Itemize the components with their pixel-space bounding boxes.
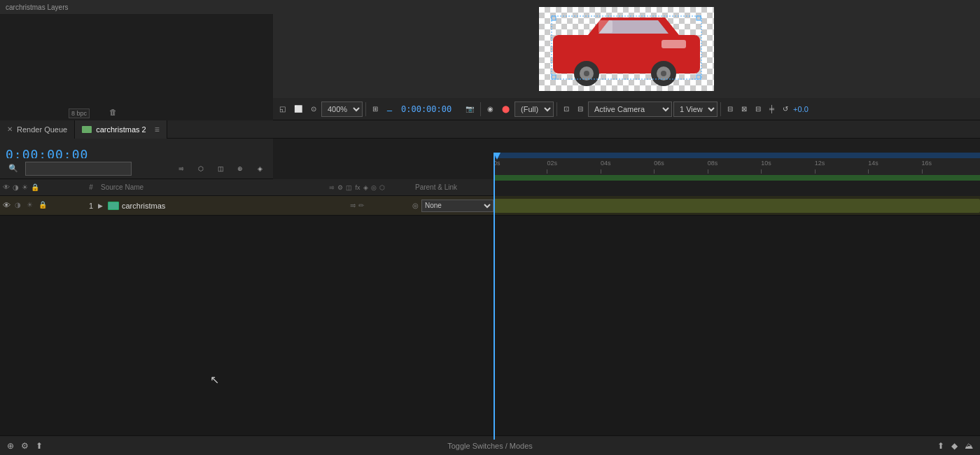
layer-parent-area: ◎ None — [410, 200, 493, 212]
layer-toolbar: 🔍 ⥤ ⬡ ◫ ⊕ ◈ — [0, 158, 273, 179]
layer-btn-3d[interactable]: ⬡ — [193, 161, 209, 176]
viewer-btn-monitor[interactable]: ⬜ — [290, 101, 306, 118]
svg-rect-13 — [696, 75, 701, 79]
quality-dropdown[interactable]: (Full) — [514, 102, 554, 117]
viewer-btn-comp3[interactable]: ⊟ — [752, 101, 764, 118]
header-lock-icon: 🔒 — [31, 183, 39, 191]
ruler-tick-8 — [708, 169, 708, 174]
viewer-btn-comp4[interactable]: ╪ — [766, 101, 778, 118]
layer-track-bar — [493, 199, 980, 213]
hdr-switch1: ⥤ — [329, 184, 335, 191]
vt-divider-2 — [480, 102, 481, 116]
layer-btn-blend[interactable]: ◫ — [213, 161, 228, 176]
layer-number: 1 — [84, 202, 98, 210]
bottom-btn-move-up[interactable]: ⬆ — [937, 441, 944, 451]
timeline-empty-space: ↖ — [0, 216, 980, 435]
work-area-bar[interactable] — [493, 153, 980, 158]
header-solo-icon: ☀ — [22, 183, 28, 191]
layer-name[interactable]: carchristmas — [119, 202, 304, 210]
layer-sw-pencil[interactable]: ✏ — [358, 202, 364, 209]
bottom-btn-add[interactable]: ⊕ — [7, 441, 14, 451]
ruler-tick-10 — [761, 169, 762, 174]
svg-rect-11 — [696, 16, 701, 20]
ruler-tick-12 — [815, 169, 816, 174]
ruler-tick-16 — [922, 169, 923, 174]
bpc-badge[interactable]: 8 bpc — [69, 108, 90, 118]
tab-close-render-queue[interactable]: ✕ — [7, 125, 13, 133]
track-area — [493, 196, 980, 216]
ruler-tick-14 — [868, 169, 869, 174]
ruler-tick-6 — [654, 169, 654, 174]
tab-label-carchristmas2: carchristmas 2 — [96, 125, 146, 134]
viewer-btn-1[interactable]: ◱ — [276, 101, 289, 118]
car-preview — [539, 7, 714, 91]
ruler-bg: 0s 02s 04s 06s 08s 10s 12s 14s 1 — [493, 158, 980, 175]
svg-point-5 — [661, 71, 666, 76]
ruler-10s: 10s — [761, 160, 771, 167]
layer-expand-btn[interactable]: ▶ — [98, 202, 108, 209]
timeline-ruler-area: 0s 02s 04s 06s 08s 10s 12s 14s 1 — [493, 153, 980, 195]
hdr-switch5: ◈ — [363, 184, 368, 191]
tab-label-render-queue: Render Queue — [17, 125, 67, 134]
hdr-switch7: ⬡ — [379, 184, 385, 191]
toggle-switches-label[interactable]: Toggle Switches / Modes — [50, 442, 930, 450]
viewer-area — [273, 0, 980, 98]
viewer-btn-refresh[interactable]: ↺ — [779, 101, 792, 118]
tab-menu-carchristmas2[interactable]: ≡ — [155, 125, 160, 134]
ruler-tick-2 — [547, 169, 547, 174]
layer-btn-effects[interactable]: ⊕ — [232, 161, 248, 176]
viewer-btn-comp1[interactable]: ⊟ — [724, 101, 736, 118]
svg-rect-12 — [552, 75, 556, 79]
views-dropdown[interactable]: 1 View — [673, 102, 718, 117]
viewer-camera-btn[interactable]: 📷 — [462, 101, 477, 118]
parent-dropdown[interactable]: None — [421, 200, 493, 212]
viewer-btn-glasses[interactable]: ⊙ — [307, 101, 320, 118]
hdr-switch3: ◫ — [346, 184, 352, 191]
bottom-btn-move-down[interactable]: ⛰ — [965, 441, 973, 451]
layer-sw-parenting[interactable]: ⥤ — [350, 202, 356, 209]
layer-btn-parenting[interactable]: ⥤ — [174, 161, 189, 176]
svg-rect-10 — [552, 16, 556, 20]
viewer-btn-display1[interactable]: ⊡ — [560, 101, 573, 118]
layer-solo-btn[interactable]: ☀ — [27, 201, 36, 211]
tab-render-queue[interactable]: ✕ Render Queue — [0, 120, 75, 139]
ruler-2s: 02s — [547, 160, 557, 167]
ruler-tick-4 — [601, 169, 601, 174]
parent-link-icon: ◎ — [412, 202, 419, 209]
viewer-btn-color[interactable]: ⬤ — [498, 101, 513, 118]
viewer-btn-blue[interactable]: ⚊ — [383, 101, 396, 118]
layer-eye-btn[interactable]: 👁 — [3, 201, 13, 211]
header-vis-icon: 👁 — [3, 183, 10, 191]
search-icon-btn[interactable]: 🔍 — [6, 161, 21, 176]
plus-value-display: +0.0 — [793, 105, 808, 113]
bottom-btn-up[interactable]: ⬆ — [36, 441, 43, 451]
layer-vis-controls: 👁 ◑ ☀ 🔒 — [0, 201, 84, 211]
hdr-fx: fx — [355, 184, 360, 191]
viewer-timecode[interactable]: 0:00:00:00 — [398, 101, 461, 118]
svg-rect-2 — [662, 40, 686, 48]
layer-lock-btn[interactable]: 🔒 — [38, 201, 48, 211]
layer-btn-shapes[interactable]: ◈ — [252, 161, 267, 176]
bottom-btn-settings[interactable]: ⚙ — [21, 441, 29, 451]
layer-audio-btn[interactable]: ◑ — [15, 201, 24, 211]
viewer-btn-circle[interactable]: ◉ — [484, 101, 497, 118]
viewer-btn-grid[interactable]: ⊞ — [369, 101, 382, 118]
bottom-btn-diamond[interactable]: ◆ — [951, 441, 958, 451]
ruler-14s: 14s — [868, 160, 878, 167]
hdr-switch2: ⚙ — [337, 184, 343, 191]
layer-search-input[interactable] — [25, 162, 132, 176]
trash-icon[interactable]: 🗑 — [109, 108, 117, 116]
viewer-btn-comp2[interactable]: ⊠ — [738, 101, 750, 118]
inout-bar[interactable] — [493, 175, 980, 181]
hdr-switch6: ◎ — [371, 184, 377, 191]
tab-carchristmas2[interactable]: carchristmas 2 ≡ — [75, 120, 167, 139]
car-svg — [546, 10, 707, 88]
camera-dropdown[interactable]: Active Camera — [588, 102, 672, 117]
header-audio-icon: ◑ — [13, 183, 19, 191]
viewer-canvas — [539, 7, 714, 91]
ruler-8s: 08s — [708, 160, 718, 167]
zoom-dropdown[interactable]: 400% — [321, 102, 363, 117]
vt-divider-4 — [720, 102, 721, 116]
ruler-ticks: 0s 02s 04s 06s 08s 10s 12s 14s 1 — [493, 158, 980, 174]
viewer-btn-display2[interactable]: ⊟ — [574, 101, 587, 118]
